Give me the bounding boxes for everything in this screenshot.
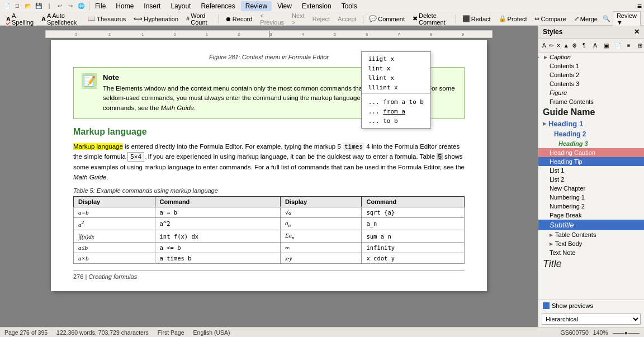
styles-char-icon[interactable]: A — [590, 40, 600, 50]
menu-view[interactable]: View — [273, 1, 296, 11]
styles-settings-btn[interactable]: ⚙ — [571, 40, 577, 50]
style-label-heading-tip: Heading Tip — [550, 158, 583, 165]
document-area[interactable]: -3-2-10123456789 iiigt x lint x llint x … — [0, 26, 538, 327]
styles-para-icon[interactable]: ¶ — [579, 40, 589, 50]
styles-page-icon[interactable]: 📄 — [613, 40, 623, 50]
delete-comment-btn[interactable]: ✖ Delete Comment — [410, 12, 452, 26]
style-item-subtitle[interactable]: Subtitle — [538, 220, 644, 230]
word-count-btn[interactable]: # Word Count — [183, 12, 215, 26]
menu-layout[interactable]: Layout — [166, 1, 195, 11]
style-item-contents3[interactable]: Contents 3 — [538, 79, 644, 88]
popup-item-iiigt[interactable]: iiigt x — [362, 54, 430, 64]
popup-item-llint[interactable]: llint x — [362, 73, 430, 83]
reject-btn[interactable]: Reject — [310, 15, 333, 23]
separator1: | — [45, 2, 54, 11]
popup-item-lint[interactable]: lint x — [362, 64, 430, 73]
styles-move-up-btn[interactable]: ▲ — [563, 40, 570, 50]
styles-delete-btn[interactable]: ✕ — [556, 40, 561, 50]
protect-btn[interactable]: 🔒 Protect — [496, 15, 530, 23]
menu-extension[interactable]: Extension — [297, 1, 336, 11]
menu-file[interactable]: File — [91, 1, 110, 11]
menu-insert[interactable]: Insert — [139, 1, 165, 11]
redact-icon: ⬛ — [462, 15, 470, 22]
style-item-contents2[interactable]: Contents 2 — [538, 70, 644, 79]
popup-item-from-a[interactable]: ... from a — [362, 107, 430, 116]
undo-icon[interactable]: ↩ — [55, 2, 64, 11]
popup-item-to-b[interactable]: ... to b — [362, 116, 430, 126]
word-count-status: 122,360 words, 703,729 characters — [56, 329, 149, 336]
style-label-contents1: Contents 1 — [550, 63, 579, 69]
cell-display-2-1: a2 — [74, 217, 155, 230]
merge-btn[interactable]: ⤢ Merge — [571, 15, 600, 23]
style-item-figure[interactable]: Figure — [538, 88, 644, 97]
styles-list[interactable]: ▶ Caption Contents 1 Contents 2 Contents… — [538, 53, 644, 300]
prev-btn[interactable]: < Previous — [257, 12, 287, 26]
cell-display-3-2: Σan — [280, 230, 362, 242]
accept-btn[interactable]: Accept — [335, 15, 359, 23]
style-item-text-body[interactable]: ▶ Text Body — [538, 239, 644, 248]
menu-tools[interactable]: Tools — [337, 1, 362, 11]
open-icon[interactable]: 📂 — [23, 2, 32, 11]
menu-review[interactable]: Review — [241, 1, 272, 11]
zoom-slider[interactable]: ——●—— — [613, 329, 640, 336]
page-footer: 276 | Creating formulas — [73, 270, 465, 280]
style-item-guide-name[interactable]: Guide Name — [538, 106, 644, 118]
section-info: First Page — [158, 329, 184, 336]
style-item-heading-tip[interactable]: Heading Tip — [538, 157, 644, 166]
redact-btn[interactable]: ⬛ Redact — [460, 15, 494, 23]
toolbar-sep2 — [363, 15, 363, 23]
styles-edit-btn[interactable]: ✏ — [548, 40, 554, 50]
thesaurus-btn[interactable]: 📖 Thesaurus — [85, 15, 129, 23]
style-item-numbering1[interactable]: Numbering 1 — [538, 193, 644, 202]
popup-item-lllint[interactable]: lllint x — [362, 83, 430, 92]
menu-references[interactable]: References — [196, 1, 239, 11]
style-item-numbering2[interactable]: Numbering 2 — [538, 202, 644, 211]
search-icon[interactable]: 🔍 — [603, 15, 610, 22]
spellcheck-btn[interactable]: A A Spelling — [3, 12, 36, 26]
styles-new-btn[interactable]: A — [542, 40, 547, 50]
style-item-contents1[interactable]: Contents 1 — [538, 61, 644, 70]
style-item-heading3[interactable]: Heading 3 — [538, 139, 644, 148]
cell-cmd-1-1: a = b — [155, 207, 280, 217]
style-item-heading-caution[interactable]: Heading Caution — [538, 148, 644, 157]
style-item-list2[interactable]: List 2 — [538, 175, 644, 184]
zoom-level: 140% — [593, 329, 608, 336]
style-item-new-chapter[interactable]: New Chapter — [538, 184, 644, 193]
auto-spellcheck-btn[interactable]: A A Auto Spellcheck — [39, 12, 83, 26]
style-item-heading2[interactable]: Heading 2 — [538, 129, 644, 139]
formula-popup[interactable]: iiigt x lint x llint x lllint x ... from… — [361, 51, 431, 129]
show-previews-toggle[interactable]: Show previews — [543, 302, 593, 309]
status-bar: Page 276 of 395 122,360 words, 703,729 c… — [0, 327, 644, 337]
style-item-frame-contents[interactable]: Frame Contents — [538, 97, 644, 106]
table-row: a×b a times b x·y x cdot y — [74, 253, 465, 264]
styles-close-icon[interactable]: ✕ — [634, 28, 640, 36]
style-item-title[interactable]: Title — [538, 257, 644, 271]
hierarchical-select[interactable]: Hierarchical All Styles Applied Styles C… — [542, 314, 641, 325]
style-item-heading1[interactable]: ▶ Heading 1 — [538, 118, 644, 129]
styles-frame-icon[interactable]: ▣ — [602, 40, 612, 50]
browser-icon[interactable]: 🌐 — [77, 2, 86, 11]
review-section: 🔍 Review ▼ — [603, 11, 641, 27]
next-btn[interactable]: Next > — [289, 12, 307, 26]
style-label-numbering2: Numbering 2 — [550, 203, 585, 210]
style-item-caption[interactable]: ▶ Caption — [538, 53, 644, 61]
popup-item-from-a-to-b[interactable]: ... from a to b — [362, 97, 430, 107]
menu-home[interactable]: Home — [111, 1, 138, 11]
style-item-table-contents[interactable]: ▶ Table Contents — [538, 230, 644, 239]
save-icon[interactable]: 💾 — [34, 2, 43, 11]
menu-bar-icons: 📄 🗋 📂 💾 | ↩ ↪ 🌐 — [2, 2, 89, 11]
comment-btn[interactable]: 💬 Comment — [366, 15, 408, 23]
styles-list-icon[interactable]: ≡ — [624, 40, 634, 50]
compare-btn[interactable]: ⇔ Compare — [532, 15, 569, 23]
hyphenation-btn[interactable]: ⟺ Hyphenation — [131, 15, 181, 23]
style-item-page-break[interactable]: Page Break — [538, 211, 644, 220]
cell-display-3-1: ∫f(x)dx — [74, 230, 155, 242]
new-icon[interactable]: 🗋 — [13, 2, 22, 11]
style-item-text-note[interactable]: Text Note — [538, 248, 644, 257]
collapse-icon[interactable]: ≡ — [637, 2, 642, 11]
record-btn[interactable]: ⏺ Record — [222, 15, 255, 23]
style-item-list1[interactable]: List 1 — [538, 166, 644, 175]
review-dropdown-btn[interactable]: Review ▼ — [613, 11, 641, 27]
styles-table-icon[interactable]: ⊞ — [635, 40, 644, 50]
redo-icon[interactable]: ↪ — [66, 2, 75, 11]
